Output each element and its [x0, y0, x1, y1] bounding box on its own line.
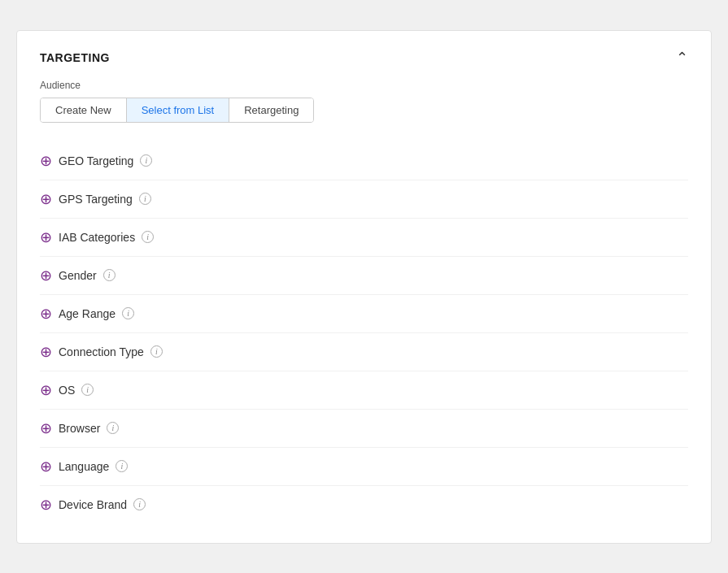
info-icon-gps-targeting[interactable]: i: [139, 193, 151, 205]
audience-label: Audience: [40, 80, 688, 91]
info-icon-browser[interactable]: i: [107, 422, 119, 434]
item-label-os: OS: [59, 384, 75, 397]
section-header: TARGETING ⌃: [40, 50, 688, 65]
plus-icon-connection-type[interactable]: ⊕: [40, 345, 52, 359]
plus-icon-gps-targeting[interactable]: ⊕: [40, 192, 52, 206]
plus-icon-gender[interactable]: ⊕: [40, 268, 52, 283]
item-label-connection-type: Connection Type: [59, 345, 144, 358]
targeting-item-gender: ⊕Genderi: [40, 257, 688, 295]
plus-icon-geo-targeting[interactable]: ⊕: [40, 154, 52, 168]
item-label-geo-targeting: GEO Targeting: [59, 154, 133, 167]
tab-create-new[interactable]: Create New: [41, 98, 127, 122]
item-label-browser: Browser: [59, 422, 100, 435]
item-label-device-brand: Device Brand: [59, 498, 127, 511]
section-title: TARGETING: [40, 51, 110, 64]
info-icon-os[interactable]: i: [81, 384, 94, 396]
info-icon-connection-type[interactable]: i: [150, 345, 163, 358]
plus-icon-age-range[interactable]: ⊕: [40, 306, 52, 321]
item-label-age-range: Age Range: [59, 307, 116, 320]
info-icon-geo-targeting[interactable]: i: [140, 154, 152, 167]
plus-icon-language[interactable]: ⊕: [40, 459, 52, 474]
targeting-item-iab-categories: ⊕IAB Categoriesi: [40, 219, 688, 257]
targeting-item-gps-targeting: ⊕GPS Targetingi: [40, 180, 688, 219]
collapse-icon[interactable]: ⌃: [676, 50, 688, 65]
targeting-item-browser: ⊕Browseri: [40, 410, 688, 448]
item-label-language: Language: [59, 460, 109, 473]
targeting-item-device-brand: ⊕Device Brandi: [40, 486, 688, 523]
info-icon-language[interactable]: i: [116, 460, 128, 472]
info-icon-device-brand[interactable]: i: [133, 498, 146, 510]
item-label-gps-targeting: GPS Targeting: [59, 193, 133, 206]
targeting-list: ⊕GEO Targetingi⊕GPS Targetingi⊕IAB Categ…: [40, 142, 688, 523]
tab-group: Create NewSelect from ListRetargeting: [40, 98, 314, 123]
plus-icon-browser[interactable]: ⊕: [40, 421, 52, 436]
info-icon-age-range[interactable]: i: [122, 307, 134, 319]
plus-icon-iab-categories[interactable]: ⊕: [40, 230, 52, 245]
info-icon-iab-categories[interactable]: i: [142, 231, 154, 243]
tab-select-from-list[interactable]: Select from List: [127, 98, 230, 122]
item-label-gender: Gender: [59, 269, 97, 282]
targeting-card: TARGETING ⌃ Audience Create NewSelect fr…: [16, 30, 712, 544]
targeting-item-age-range: ⊕Age Rangei: [40, 295, 688, 333]
plus-icon-os[interactable]: ⊕: [40, 383, 52, 397]
targeting-item-os: ⊕OSi: [40, 371, 688, 410]
targeting-item-geo-targeting: ⊕GEO Targetingi: [40, 142, 688, 180]
targeting-item-language: ⊕Languagei: [40, 448, 688, 486]
plus-icon-device-brand[interactable]: ⊕: [40, 497, 52, 512]
item-label-iab-categories: IAB Categories: [59, 231, 135, 244]
targeting-item-connection-type: ⊕Connection Typei: [40, 333, 688, 371]
info-icon-gender[interactable]: i: [103, 269, 116, 281]
tab-retargeting[interactable]: Retargeting: [229, 98, 313, 122]
